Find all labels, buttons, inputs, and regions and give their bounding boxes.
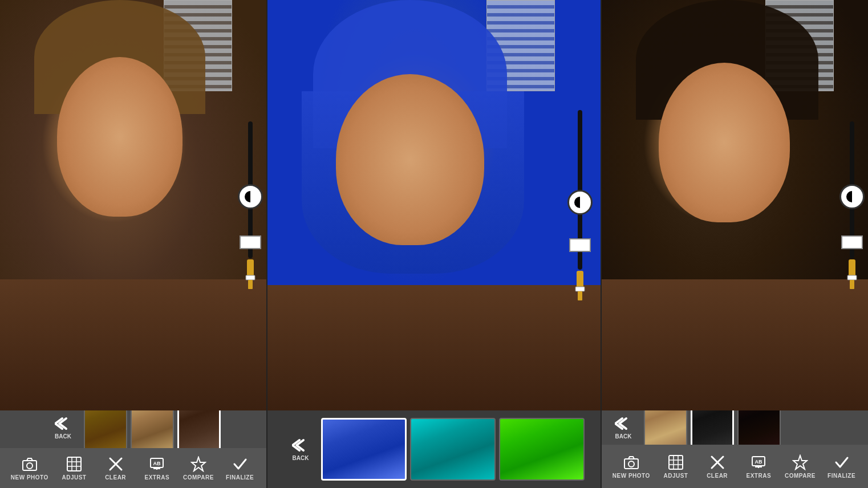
left-brush-icon xyxy=(241,259,259,289)
center-brush-icon xyxy=(571,271,589,300)
right-slider-track[interactable] xyxy=(850,121,854,258)
right-extras-icon: AB xyxy=(751,454,766,470)
left-shirt xyxy=(0,279,266,410)
left-clear-button[interactable]: CLEAR xyxy=(100,456,131,481)
svg-rect-25 xyxy=(669,456,683,469)
center-back-label: BACK xyxy=(293,455,309,461)
left-compare-button[interactable]: COMPARE xyxy=(182,456,214,481)
svg-rect-2 xyxy=(248,280,253,289)
center-slider-container xyxy=(571,110,589,300)
right-back-label: BACK xyxy=(615,433,632,440)
svg-text:AB: AB xyxy=(755,459,762,465)
right-extras-button[interactable]: AB EXTRAS xyxy=(743,454,774,479)
svg-point-10 xyxy=(27,463,33,469)
center-slider-rect[interactable] xyxy=(569,238,591,252)
right-clear-button[interactable]: CLEAR xyxy=(701,454,733,479)
left-new-photo-button[interactable]: NEW PHOTO xyxy=(11,456,48,481)
svg-rect-4 xyxy=(575,287,585,291)
adjust-icon xyxy=(66,456,82,472)
left-slider-track[interactable] xyxy=(248,121,253,258)
bottom-right-panel: BACK NEW PHOTO xyxy=(602,410,868,488)
center-slider-thumb[interactable] xyxy=(567,190,593,215)
left-back-button[interactable]: BACK xyxy=(46,414,80,442)
bottom-center-panel: BACK xyxy=(267,410,601,488)
main-area xyxy=(0,0,868,410)
right-swatches-row: BACK xyxy=(602,410,868,445)
svg-rect-6 xyxy=(849,259,855,276)
left-toolbar: NEW PHOTO ADJUST CLEAR xyxy=(0,448,266,488)
left-slider-thumb[interactable] xyxy=(238,184,263,209)
center-slider-track[interactable] xyxy=(578,110,582,270)
right-brush-icon xyxy=(843,259,861,289)
left-panel xyxy=(0,0,266,410)
right-toolbar: NEW PHOTO ADJUST CLEAR xyxy=(602,445,868,488)
center-panel xyxy=(267,0,601,410)
svg-rect-8 xyxy=(850,280,854,289)
right-slider-rect[interactable] xyxy=(841,235,863,249)
right-back-chevron-icon xyxy=(615,416,632,431)
left-face xyxy=(57,57,182,217)
center-swatch-blue[interactable] xyxy=(321,418,407,481)
left-adjust-button[interactable]: ADJUST xyxy=(58,456,90,481)
right-check-icon xyxy=(834,454,850,470)
left-back-chevron-icon xyxy=(55,416,72,431)
right-new-photo-button[interactable]: NEW PHOTO xyxy=(613,454,650,479)
check-icon xyxy=(232,456,248,472)
center-back-button[interactable]: BACK xyxy=(283,436,318,463)
right-compare-button[interactable]: COMPARE xyxy=(784,454,816,479)
svg-point-24 xyxy=(628,461,634,467)
center-shirt xyxy=(267,285,601,410)
left-slider-rect[interactable] xyxy=(240,235,261,249)
center-back-chevron-icon xyxy=(292,438,309,453)
right-adjust-button[interactable]: ADJUST xyxy=(660,454,691,479)
star-icon xyxy=(190,456,206,472)
svg-rect-11 xyxy=(67,457,81,471)
left-back-label: BACK xyxy=(55,433,71,440)
left-slider-container xyxy=(241,121,259,289)
left-finalize-button[interactable]: FINALIZE xyxy=(224,456,255,481)
right-star-icon xyxy=(792,454,808,470)
center-swatches-row: BACK xyxy=(279,410,589,488)
bottom-area: BACK NEW PHOTO xyxy=(0,410,868,488)
right-face xyxy=(659,63,790,222)
extras-icon: AB xyxy=(149,456,165,472)
center-swatch-green[interactable] xyxy=(499,418,585,481)
svg-rect-5 xyxy=(578,291,582,300)
center-face xyxy=(336,74,484,245)
svg-marker-22 xyxy=(192,457,205,471)
camera-icon xyxy=(22,456,38,472)
right-slider-container xyxy=(843,121,861,289)
right-shirt xyxy=(602,279,868,410)
right-slider-thumb[interactable] xyxy=(839,184,865,209)
right-finalize-button[interactable]: FINALIZE xyxy=(826,454,857,479)
left-extras-button[interactable]: AB EXTRAS xyxy=(141,456,173,481)
svg-text:AB: AB xyxy=(153,461,161,466)
right-x-icon xyxy=(709,454,725,470)
svg-rect-0 xyxy=(247,259,254,276)
bottom-left-panel: BACK NEW PHOTO xyxy=(0,410,266,488)
right-camera-icon xyxy=(623,454,639,470)
svg-rect-3 xyxy=(577,271,583,288)
right-adjust-icon xyxy=(668,454,684,470)
svg-marker-36 xyxy=(793,456,807,469)
right-back-button[interactable]: BACK xyxy=(606,414,640,442)
center-swatch-teal[interactable] xyxy=(410,418,496,481)
svg-rect-1 xyxy=(246,275,255,280)
left-swatches-row: BACK xyxy=(42,410,225,445)
svg-rect-7 xyxy=(847,275,857,280)
right-panel xyxy=(602,0,868,410)
x-icon xyxy=(108,456,124,472)
